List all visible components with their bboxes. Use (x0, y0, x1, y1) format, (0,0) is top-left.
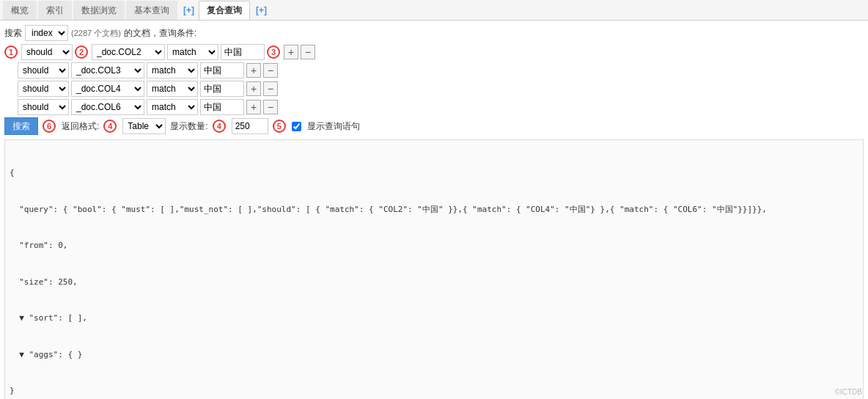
op-select-4[interactable]: matchterm (147, 99, 198, 115)
bool-select-1[interactable]: shouldmustmust_notfilter (21, 44, 73, 60)
format-select[interactable]: TableJSON (122, 118, 166, 134)
tab-compound-query-add[interactable]: [+] (251, 4, 271, 17)
add-condition-btn-1[interactable]: + (284, 45, 298, 59)
value-input-4[interactable] (200, 99, 244, 115)
watermark: ©ICTDB (835, 388, 862, 396)
condition-row-2: shouldmustmust_not _doc.COL3_doc.COL2 ma… (4, 62, 864, 78)
add-condition-btn-3[interactable]: + (246, 81, 261, 96)
display-count-input[interactable] (232, 118, 268, 134)
badge-2: 2 (75, 45, 88, 59)
tab-bar: 概览 索引 数据浏览 基本查询 [+] 复合查询 [+] (0, 0, 868, 21)
add-condition-btn-2[interactable]: + (246, 63, 261, 78)
json-line2: "query": { "bool": { "must": [ ],"must_n… (10, 204, 858, 216)
field-select-2[interactable]: _doc.COL3_doc.COL2 (71, 62, 144, 78)
json-line3: "from": 0, (10, 240, 858, 252)
remove-condition-btn-2[interactable]: − (263, 63, 278, 78)
index-select[interactable]: index (25, 25, 68, 41)
conditions-container: 1 shouldmustmust_notfilter 2 _doc.COL2_d… (4, 44, 864, 115)
value-input-3[interactable] (200, 81, 244, 97)
tab-compound-query[interactable]: 复合查询 (199, 1, 250, 20)
show-query-checkbox[interactable] (292, 122, 301, 131)
field-select-1[interactable]: _doc.COL2_doc.COL3_doc.COL4 (92, 44, 165, 60)
op-select-2[interactable]: matchterm (147, 62, 198, 78)
op-select-1[interactable]: matchtermrange (167, 44, 218, 60)
main-container: 搜索 index (2287 个文档) 的文档，查询条件: 1 shouldmu… (0, 21, 868, 399)
format-label: 返回格式: (62, 120, 99, 133)
search-label: 搜索 (4, 27, 22, 40)
search-header: 搜索 index (2287 个文档) 的文档，查询条件: (4, 25, 864, 41)
display-label: 显示数量: (170, 120, 207, 133)
json-line6: ▼ "aggs": { } (10, 349, 858, 362)
tab-index[interactable]: 索引 (38, 1, 72, 20)
json-line1: { (10, 167, 858, 180)
value-input-2[interactable] (200, 62, 244, 78)
field-select-4[interactable]: _doc.COL6_doc.COL2 (71, 99, 144, 115)
show-query-label: 显示查询语句 (307, 120, 360, 133)
doc-label: 的文档，查询条件: (124, 27, 196, 40)
json-line4: "size": 250, (10, 277, 858, 289)
bool-select-4[interactable]: shouldmustmust_not (18, 99, 69, 115)
tab-basic-query-add[interactable]: [+] (179, 4, 199, 17)
badge-1: 1 (4, 45, 18, 59)
json-query-area: { "query": { "bool": { "must": [ ],"must… (4, 139, 864, 399)
search-button[interactable]: 搜索 (4, 117, 38, 135)
json-line7: } (10, 385, 858, 398)
op-select-3[interactable]: matchterm (147, 81, 198, 97)
badge-4: 4 (103, 120, 117, 133)
bool-select-2[interactable]: shouldmustmust_not (18, 62, 69, 78)
remove-condition-btn-4[interactable]: − (263, 100, 278, 114)
badge-4b: 4 (213, 120, 226, 133)
tab-basic-query[interactable]: 基本查询 (126, 1, 177, 20)
tab-data-browse[interactable]: 数据浏览 (73, 1, 125, 20)
remove-condition-btn-1[interactable]: − (301, 45, 315, 59)
options-row: 搜索 6 返回格式: 4 TableJSON 显示数量: 4 5 显示查询语句 (4, 117, 864, 135)
badge-3: 3 (267, 45, 280, 59)
bool-select-3[interactable]: shouldmustmust_not (18, 81, 69, 97)
field-select-3[interactable]: _doc.COL4_doc.COL2 (71, 81, 144, 97)
condition-row-3: shouldmustmust_not _doc.COL4_doc.COL2 ma… (4, 81, 864, 97)
badge-6: 6 (43, 120, 56, 133)
value-input-1[interactable] (221, 44, 265, 60)
json-line5: ▼ "sort": [ ], (10, 312, 858, 325)
remove-condition-btn-3[interactable]: − (263, 81, 278, 96)
doc-count: (2287 个文档) (71, 28, 121, 39)
condition-row-4: shouldmustmust_not _doc.COL6_doc.COL2 ma… (4, 99, 864, 115)
tab-overview[interactable]: 概览 (3, 1, 37, 20)
condition-row-1: 1 shouldmustmust_notfilter 2 _doc.COL2_d… (4, 44, 864, 60)
badge-5: 5 (273, 120, 286, 133)
add-condition-btn-4[interactable]: + (246, 100, 261, 114)
